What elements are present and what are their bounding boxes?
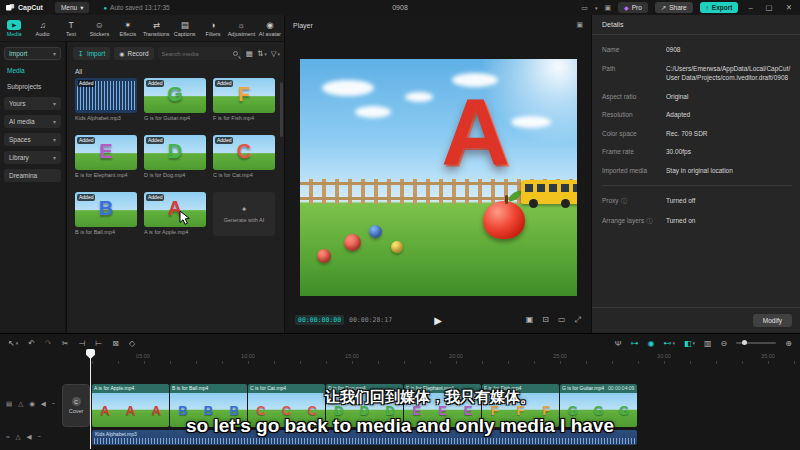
detail-label-proxy: Proxyⓘ bbox=[602, 196, 666, 207]
collapse-track-icon[interactable]: − bbox=[38, 433, 42, 441]
auto-ripple-toggle[interactable]: ◉ bbox=[647, 339, 654, 348]
detail-label-color-space: Color space bbox=[602, 129, 666, 139]
media-grid: Added Kids Alphabet.mp3 AddedG G is for … bbox=[75, 78, 279, 333]
pro-button[interactable]: ◆ Pro bbox=[618, 2, 648, 13]
filters-icon: ◑ bbox=[210, 19, 215, 30]
media-scrollbar[interactable] bbox=[280, 82, 283, 137]
sidebar-item-ai-media[interactable]: AI media▾ bbox=[4, 115, 61, 128]
sidebar-item-yours[interactable]: Yours▾ bbox=[4, 97, 61, 110]
timeline-ruler[interactable]: 05:00 10:00 15:00 20:00 25:00 30:00 35:0… bbox=[92, 352, 800, 364]
waveform-icon[interactable]: ≈ bbox=[6, 433, 10, 441]
tab-effects[interactable]: ✶Effects bbox=[114, 15, 142, 41]
tab-ai-avatar[interactable]: ◉AI avatar bbox=[256, 15, 284, 41]
added-badge: Added bbox=[215, 137, 233, 144]
preview-axis-icon[interactable]: ▥ bbox=[704, 339, 712, 348]
video-preview[interactable]: A bbox=[300, 59, 577, 296]
aspect-ratio-icon[interactable]: ▭ bbox=[558, 315, 566, 325]
close-button[interactable]: ✕ bbox=[783, 3, 795, 12]
trim-right-icon[interactable]: ⊢ bbox=[95, 339, 102, 348]
search-input[interactable] bbox=[162, 51, 230, 57]
maximize-button[interactable]: ▢ bbox=[763, 3, 776, 12]
lock-track-icon[interactable]: △ bbox=[16, 433, 21, 441]
media-item-kids-alphabet[interactable]: Added Kids Alphabet.mp3 bbox=[75, 78, 137, 121]
tab-stickers[interactable]: ☺Stickers bbox=[85, 15, 113, 41]
trim-left-icon[interactable]: ⊣ bbox=[78, 339, 85, 348]
timeline-clip-a[interactable]: A is for Apple.mp4 AAA bbox=[92, 384, 169, 427]
tab-audio[interactable]: ♫Audio bbox=[28, 15, 56, 41]
tab-adjustment[interactable]: ☼Adjustment bbox=[227, 15, 255, 41]
added-badge: Added bbox=[77, 194, 95, 201]
modify-button[interactable]: Modify bbox=[753, 314, 792, 327]
media-item-e-elephant[interactable]: AddedE E is for Elephant.mp4 bbox=[75, 135, 137, 178]
media-item-a-apple[interactable]: AddedA A is for Apple.mp4 bbox=[144, 192, 206, 235]
tab-media[interactable]: ▶Media bbox=[0, 15, 28, 41]
playhead[interactable] bbox=[90, 349, 91, 449]
grid-view-icon[interactable]: ▦ bbox=[246, 49, 253, 58]
export-button[interactable]: ↑ Export bbox=[700, 2, 739, 13]
detail-value-resolution: Adapted bbox=[666, 110, 792, 120]
scene-school-bus bbox=[521, 180, 577, 204]
fit-preview-icon[interactable]: ⊡ bbox=[542, 315, 549, 325]
redo-icon[interactable]: ↷ bbox=[45, 339, 52, 348]
media-item-d-dog[interactable]: AddedD D is for Dog.mp4 bbox=[144, 135, 206, 178]
sticker-icon: ☺ bbox=[95, 19, 104, 30]
voiceover-mic-icon[interactable]: Ψ bbox=[615, 339, 622, 348]
filter-icon[interactable]: ▽▾ bbox=[271, 49, 280, 58]
track-thumbnail-icon[interactable]: ▤ bbox=[6, 400, 12, 408]
chevron-down-icon: ▾ bbox=[53, 118, 56, 125]
import-dropdown[interactable]: Import ▾ bbox=[4, 47, 61, 60]
sidebar-item-media[interactable]: Media bbox=[0, 64, 65, 76]
mute-track-icon[interactable]: ◀ bbox=[27, 433, 32, 441]
zoom-slider-handle[interactable] bbox=[742, 340, 747, 345]
play-button[interactable]: ▶ bbox=[434, 315, 442, 326]
minimize-button[interactable]: – bbox=[745, 3, 755, 12]
fullscreen-icon[interactable]: ⤢ bbox=[575, 315, 581, 325]
hide-track-icon[interactable]: ◉ bbox=[29, 400, 35, 408]
layout-grid-icon[interactable]: ▣ bbox=[604, 4, 611, 12]
sidebar-item-subprojects[interactable]: Subprojects bbox=[0, 80, 65, 92]
snap-toggle[interactable]: ⊶ bbox=[630, 339, 638, 348]
keyframe-icon[interactable]: ◇ bbox=[129, 339, 135, 348]
record-button[interactable]: ◉ Record bbox=[114, 47, 153, 60]
sidebar-item-dreamina[interactable]: Dreamina bbox=[4, 169, 61, 182]
sidebar-item-spaces[interactable]: Spaces▾ bbox=[4, 133, 61, 146]
undo-icon[interactable]: ↶ bbox=[28, 339, 35, 348]
mute-track-icon[interactable]: ◀ bbox=[41, 400, 46, 408]
collapse-track-icon[interactable]: − bbox=[52, 400, 56, 408]
filter-all-label[interactable]: All bbox=[75, 68, 82, 75]
timeline-zoom-slider[interactable] bbox=[736, 342, 776, 344]
media-item-c-cat[interactable]: AddedC C is for Cat.mp4 bbox=[213, 135, 275, 178]
preview-quality-icon[interactable]: ▣ bbox=[526, 315, 534, 325]
tab-transitions[interactable]: ⇄Transitions bbox=[142, 15, 170, 41]
share-button[interactable]: ↗ Share bbox=[655, 2, 693, 13]
import-button[interactable]: ↧ Import bbox=[73, 47, 110, 60]
split-icon[interactable]: ✂ bbox=[62, 339, 69, 348]
layout-caret-icon[interactable]: ▾ bbox=[595, 5, 598, 11]
info-icon: ⓘ bbox=[646, 218, 652, 224]
cover-card[interactable]: C Cover bbox=[62, 384, 90, 427]
chevron-down-icon: ▾ bbox=[80, 4, 83, 12]
menu-button[interactable]: Menu ▾ bbox=[55, 2, 90, 13]
media-item-f-fish[interactable]: AddedF F is for Fish.mp4 bbox=[213, 78, 275, 121]
sidebar-item-library[interactable]: Library▾ bbox=[4, 151, 61, 164]
media-item-g-guitar[interactable]: AddedG G is for Guitar.mp4 bbox=[144, 78, 206, 121]
tab-text[interactable]: TText bbox=[57, 15, 85, 41]
pointer-tool-icon[interactable]: ↖▾ bbox=[8, 339, 18, 348]
media-item-b-ball[interactable]: AddedB B is for Ball.mp4 bbox=[75, 192, 137, 235]
link-clips-toggle[interactable]: ⊷▾ bbox=[663, 339, 675, 348]
track-options-toggle[interactable]: ◧▾ bbox=[684, 339, 695, 348]
tab-filters[interactable]: ◑Filters bbox=[199, 15, 227, 41]
text-icon: T bbox=[68, 19, 73, 30]
sort-icon[interactable]: ⇅▾ bbox=[257, 49, 267, 58]
detach-player-icon[interactable]: ▣ bbox=[576, 21, 583, 29]
captions-icon: ▤ bbox=[181, 19, 189, 30]
zoom-out-icon[interactable]: ⊖ bbox=[721, 339, 728, 348]
zoom-in-icon[interactable]: ⊕ bbox=[785, 339, 792, 348]
lock-track-icon[interactable]: △ bbox=[18, 400, 23, 408]
search-box[interactable] bbox=[158, 47, 242, 60]
generate-with-ai-card[interactable]: ✦ Generate with AI bbox=[213, 192, 275, 236]
delete-icon[interactable]: ⊠ bbox=[112, 339, 119, 348]
cover-icon: C bbox=[72, 397, 81, 406]
layout-panel-icon[interactable]: ▭ bbox=[581, 4, 588, 12]
tab-captions[interactable]: ▤Captions bbox=[170, 15, 198, 41]
